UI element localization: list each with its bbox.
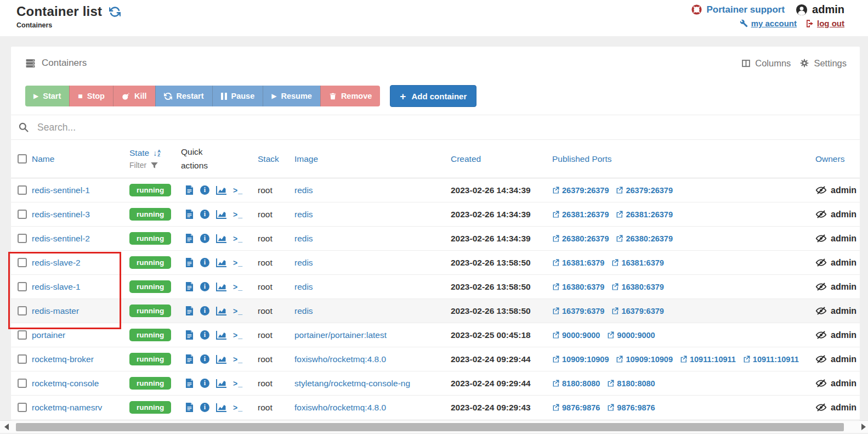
published-port-link[interactable]: 10911:10911 — [680, 355, 736, 364]
quick-action-console[interactable]: >_ — [233, 234, 243, 243]
container-name-link[interactable]: rocketmq-console — [32, 379, 99, 388]
add-container-button[interactable]: + Add container — [390, 85, 476, 107]
quick-action-logs[interactable] — [185, 185, 194, 195]
column-header-published-ports[interactable]: Published Ports — [552, 154, 815, 164]
image-link[interactable]: redis — [294, 210, 313, 219]
published-port-link[interactable]: 26380:26379 — [552, 234, 609, 243]
image-link[interactable]: styletang/rocketmq-console-ng — [294, 379, 410, 388]
published-port-link[interactable]: 16381:6379 — [611, 258, 663, 267]
published-port-link[interactable]: 16380:6379 — [611, 283, 663, 291]
quick-action-inspect[interactable]: i — [200, 306, 209, 315]
image-link[interactable]: redis — [294, 258, 313, 267]
published-port-link[interactable]: 9876:9876 — [607, 403, 655, 412]
row-checkbox[interactable] — [18, 185, 27, 195]
scrollbar-thumb[interactable] — [16, 423, 844, 431]
portainer-support-link[interactable]: Portainer support — [691, 4, 785, 15]
row-checkbox[interactable] — [18, 379, 27, 388]
quick-action-stats[interactable] — [216, 355, 226, 364]
restart-button[interactable]: Restart — [155, 86, 212, 106]
column-header-stack[interactable]: Stack — [258, 154, 294, 164]
resume-button[interactable]: ▶Resume — [263, 86, 320, 106]
container-name-link[interactable]: redis-slave-1 — [32, 282, 81, 291]
image-link[interactable]: portainer/portainer:latest — [294, 330, 387, 340]
container-name-link[interactable]: rocketmq-namesrv — [32, 403, 102, 412]
settings-button[interactable]: Settings — [799, 58, 847, 69]
column-header-name[interactable]: Name — [32, 154, 129, 164]
user-menu[interactable]: admin — [796, 3, 844, 16]
quick-action-stats[interactable] — [216, 186, 226, 195]
row-checkbox[interactable] — [18, 330, 27, 340]
published-port-link[interactable]: 26381:26379 — [616, 210, 672, 219]
quick-action-inspect[interactable]: i — [200, 379, 209, 388]
quick-action-logs[interactable] — [185, 282, 194, 291]
row-checkbox[interactable] — [18, 403, 27, 412]
scroll-right-button[interactable] — [861, 424, 866, 430]
quick-action-console[interactable]: >_ — [233, 379, 243, 388]
row-checkbox[interactable] — [18, 282, 27, 291]
container-name-link[interactable]: portainer — [32, 330, 65, 340]
image-link[interactable]: foxiswho/rocketmq:4.8.0 — [294, 354, 386, 364]
row-checkbox[interactable] — [18, 354, 27, 364]
column-header-state[interactable]: State ↓AZ — [129, 148, 181, 158]
quick-action-console[interactable]: >_ — [233, 331, 243, 340]
published-port-link[interactable]: 16380:6379 — [552, 283, 604, 291]
published-port-link[interactable]: 8180:8080 — [607, 379, 655, 388]
quick-action-stats[interactable] — [216, 258, 226, 267]
quick-action-console[interactable]: >_ — [233, 403, 243, 412]
horizontal-scrollbar[interactable] — [0, 420, 868, 433]
row-checkbox[interactable] — [18, 210, 27, 219]
published-port-link[interactable]: 26379:26379 — [552, 186, 609, 195]
published-port-link[interactable]: 10909:10909 — [616, 355, 672, 364]
published-port-link[interactable]: 10911:10911 — [743, 355, 799, 364]
pause-button[interactable]: Pause — [212, 86, 263, 106]
published-port-link[interactable]: 9000:9000 — [607, 331, 655, 340]
stop-button[interactable]: ■Stop — [69, 86, 113, 106]
published-port-link[interactable]: 9000:9000 — [552, 331, 600, 340]
remove-button[interactable]: Remove — [320, 86, 380, 106]
quick-action-inspect[interactable]: i — [200, 282, 209, 291]
select-all-checkbox[interactable] — [18, 154, 27, 164]
container-name-link[interactable]: rocketmq-broker — [32, 354, 94, 364]
column-header-image[interactable]: Image — [294, 154, 451, 164]
row-checkbox[interactable] — [18, 234, 27, 243]
column-header-created[interactable]: Created — [451, 154, 552, 164]
container-name-link[interactable]: redis-sentinel-3 — [32, 210, 90, 219]
quick-action-console[interactable]: >_ — [233, 307, 243, 315]
container-name-link[interactable]: redis-slave-2 — [32, 258, 81, 267]
quick-action-console[interactable]: >_ — [233, 355, 243, 364]
quick-action-logs[interactable] — [185, 330, 194, 340]
published-port-link[interactable]: 8180:8080 — [552, 379, 600, 388]
column-header-owners[interactable]: Owners — [815, 154, 860, 164]
quick-action-stats[interactable] — [216, 234, 226, 243]
search-input[interactable] — [37, 122, 847, 133]
kill-button[interactable]: Kill — [113, 86, 155, 106]
image-link[interactable]: redis — [294, 282, 313, 291]
quick-action-logs[interactable] — [185, 210, 194, 219]
scroll-left-button[interactable] — [4, 424, 9, 430]
container-name-link[interactable]: redis-sentinel-1 — [32, 185, 90, 195]
quick-action-console[interactable]: >_ — [233, 210, 243, 219]
state-filter-button[interactable]: Filter — [129, 161, 181, 170]
quick-action-logs[interactable] — [185, 258, 194, 267]
published-port-link[interactable]: 26381:26379 — [552, 210, 609, 219]
published-port-link[interactable]: 16379:6379 — [552, 307, 604, 315]
quick-action-console[interactable]: >_ — [233, 186, 243, 195]
container-name-link[interactable]: redis-master — [32, 306, 79, 315]
my-account-link[interactable]: my account — [740, 19, 797, 28]
quick-action-stats[interactable] — [216, 210, 226, 219]
quick-action-inspect[interactable]: i — [200, 210, 209, 219]
quick-action-logs[interactable] — [185, 403, 194, 412]
quick-action-logs[interactable] — [185, 234, 194, 243]
columns-button[interactable]: Columns — [741, 58, 791, 69]
start-button[interactable]: ▶Start — [25, 86, 69, 106]
image-link[interactable]: redis — [294, 306, 313, 315]
quick-action-stats[interactable] — [216, 307, 226, 315]
quick-action-inspect[interactable]: i — [200, 354, 209, 364]
row-checkbox[interactable] — [18, 258, 27, 267]
quick-action-stats[interactable] — [216, 283, 226, 291]
row-checkbox[interactable] — [18, 306, 27, 315]
quick-action-inspect[interactable]: i — [200, 234, 209, 243]
quick-action-inspect[interactable]: i — [200, 403, 209, 412]
quick-action-console[interactable]: >_ — [233, 258, 243, 267]
quick-action-inspect[interactable]: i — [200, 330, 209, 340]
